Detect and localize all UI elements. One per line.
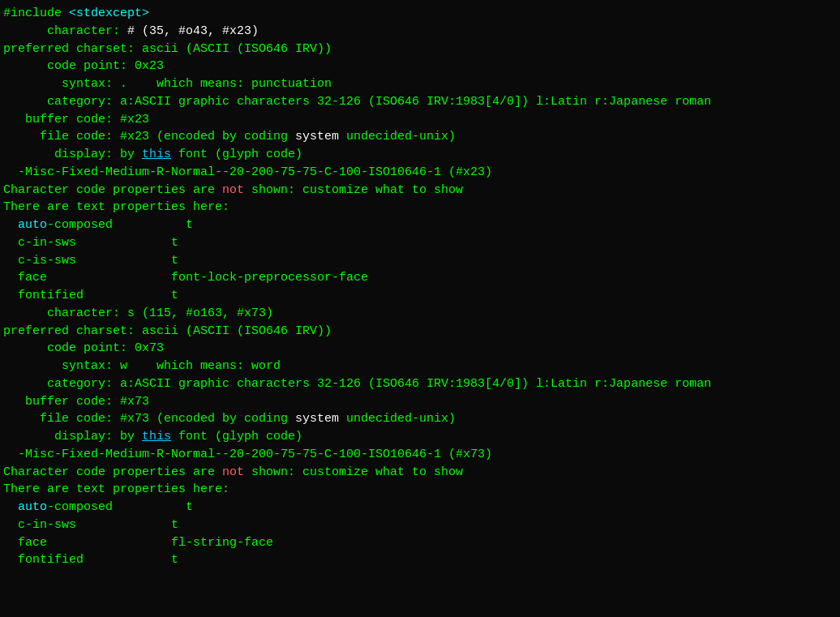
line-char1: character: # (35, #o43, #x23) [3, 23, 837, 41]
line-char2: character: s (115, #o163, #x73) [3, 305, 837, 323]
line-charcode1: Character code properties are not shown:… [3, 182, 837, 199]
line-disp2: display: by this font (glyph code) [3, 428, 837, 446]
line-buf2: buffer code: #x73 [3, 393, 837, 411]
line-cat2: category: a:ASCII graphic characters 32-… [3, 375, 837, 393]
line-cat1: category: a:ASCII graphic characters 32-… [3, 93, 837, 111]
line-pref1: preferred charset: ascii (ASCII (ISO646 … [3, 41, 837, 58]
line-textprop2: There are text properties here: [3, 481, 837, 499]
line-syntax2: syntax: w which means: word [3, 358, 837, 375]
line-textprop1: There are text properties here: [3, 199, 837, 216]
terminal-output: #include <stdexcept> character: # (35, #… [3, 5, 837, 569]
line-disp1: display: by this font (glyph code) [3, 146, 837, 164]
line-code1: code point: 0x23 [3, 58, 837, 75]
line-cissws1: c-is-sws t [3, 252, 837, 270]
line-fontified2: fontified t [3, 551, 837, 569]
line-cinsws1: c-in-sws t [3, 234, 837, 252]
line-face1: face font-lock-preprocessor-face [3, 269, 837, 287]
line-font2: -Misc-Fixed-Medium-R-Normal--20-200-75-7… [3, 446, 837, 464]
line-autocomp1: auto-composed t [3, 216, 837, 234]
line-fontified1: fontified t [3, 287, 837, 305]
line-include: #include <stdexcept> [3, 5, 837, 23]
line-buf1: buffer code: #x23 [3, 111, 837, 129]
line-cinsws2: c-in-sws t [3, 516, 837, 534]
line-autocomp2: auto-composed t [3, 499, 837, 516]
line-code2: code point: 0x73 [3, 340, 837, 358]
line-syntax1: syntax: . which means: punctuation [3, 75, 837, 93]
line-font1: -Misc-Fixed-Medium-R-Normal--20-200-75-7… [3, 164, 837, 182]
line-charcode2: Character code properties are not shown:… [3, 464, 837, 482]
line-file1: file code: #x23 (encoded by coding syste… [3, 128, 837, 146]
line-pref2: preferred charset: ascii (ASCII (ISO646 … [3, 323, 837, 341]
line-file2: file code: #x73 (encoded by coding syste… [3, 410, 837, 428]
line-face2: face fl-string-face [3, 534, 837, 552]
